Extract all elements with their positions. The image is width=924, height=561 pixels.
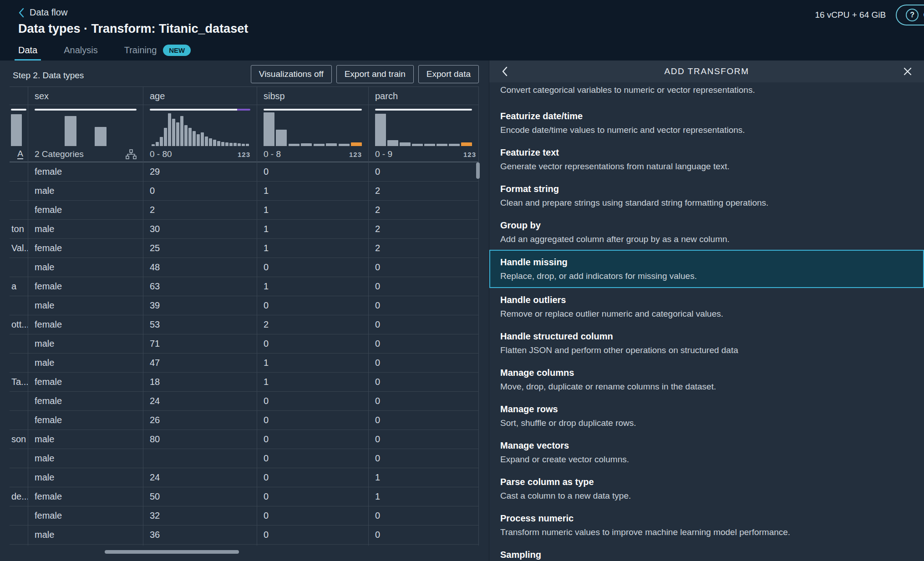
table-cell: 1 bbox=[257, 220, 368, 239]
column-header-label[interactable]: parch bbox=[369, 87, 478, 105]
transform-item-manage-rows[interactable]: Manage rowsSort, shuffle or drop duplica… bbox=[489, 397, 924, 434]
table-cell: male bbox=[28, 526, 143, 545]
dataset-pane: Step 2. Data types Visualizations off Ex… bbox=[0, 61, 489, 561]
table-cell bbox=[10, 296, 28, 315]
column-summary-viz bbox=[143, 105, 257, 147]
transform-item-process-numeric[interactable]: Process numericTransform numeric values … bbox=[489, 506, 924, 543]
column-header-label[interactable]: sibsp bbox=[257, 87, 368, 105]
new-badge: NEW bbox=[163, 45, 191, 56]
transform-title: Manage rows bbox=[500, 404, 913, 414]
table-cell: 2 bbox=[369, 182, 478, 201]
table-column-clipped: AtonVal...aott...Ta...sonde... bbox=[10, 87, 28, 546]
table-cell: 80 bbox=[143, 430, 257, 449]
transform-item-sampling[interactable]: Sampling bbox=[489, 543, 924, 561]
chevron-left-icon bbox=[18, 8, 24, 18]
column-summary-viz bbox=[369, 105, 478, 147]
transform-item-manage-vectors[interactable]: Manage vectorsExpand or create vector co… bbox=[489, 434, 924, 470]
table-cell: female bbox=[28, 506, 143, 526]
column-range-row: 0 - 9123 bbox=[369, 147, 478, 162]
transform-item-featurize-text[interactable]: Featurize textGenerate vector representa… bbox=[489, 141, 924, 177]
transform-description: Convert categorical variables to numeric… bbox=[500, 85, 913, 95]
transform-title: Handle missing bbox=[500, 257, 913, 268]
transform-item-partial[interactable]: Convert categorical variables to numeric… bbox=[489, 82, 924, 104]
transform-item-handle-outliers[interactable]: Handle outliersRemove or replace outlier… bbox=[489, 288, 924, 324]
table-cell: son bbox=[10, 430, 28, 449]
tab-data-label: Data bbox=[18, 45, 37, 56]
visualizations-off-button[interactable]: Visualizations off bbox=[251, 65, 332, 83]
column-range-label: 0 - 8 bbox=[264, 149, 281, 159]
table-cell: ott... bbox=[10, 315, 28, 334]
table-cell: 0 bbox=[257, 411, 368, 430]
column-header-label[interactable] bbox=[10, 87, 28, 105]
export-and-train-button[interactable]: Export and train bbox=[336, 65, 414, 83]
table-cell: female bbox=[28, 277, 143, 296]
transform-title: Group by bbox=[500, 220, 913, 231]
table-cell: female bbox=[28, 411, 143, 430]
table-cell: 0 bbox=[369, 334, 478, 354]
transform-item-featurize-date-time[interactable]: Featurize date/timeEncode date/time valu… bbox=[489, 104, 924, 141]
table-cell: 2 bbox=[257, 315, 368, 334]
table-cell: 63 bbox=[143, 277, 257, 296]
panel-back-button[interactable] bbox=[501, 66, 508, 77]
table-cell: 0 bbox=[257, 334, 368, 354]
horizontal-scrollbar-thumb[interactable] bbox=[105, 550, 239, 554]
column-histogram bbox=[375, 112, 472, 146]
vertical-scrollbar-thumb[interactable] bbox=[476, 162, 480, 179]
transform-item-handle-missing[interactable]: Handle missingReplace, drop, or add indi… bbox=[489, 250, 924, 288]
column-header-label[interactable]: age bbox=[143, 87, 257, 105]
table-cell bbox=[143, 449, 257, 468]
transform-description: Expand or create vector columns. bbox=[500, 455, 913, 465]
tab-analysis-label: Analysis bbox=[64, 45, 97, 56]
main-content: Step 2. Data types Visualizations off Ex… bbox=[0, 61, 924, 561]
table-cell: 0 bbox=[369, 258, 478, 277]
string-type-icon: A bbox=[17, 149, 23, 159]
table-cell: 0 bbox=[143, 182, 257, 201]
topbar-right-cluster: 16 vCPU + 64 GiB ? Get help bbox=[815, 5, 924, 25]
transform-title: Format string bbox=[500, 184, 913, 194]
tab-training[interactable]: Training NEW bbox=[124, 40, 191, 61]
transform-title: Manage columns bbox=[500, 368, 913, 378]
table-cell: 1 bbox=[257, 373, 368, 392]
transform-item-format-string[interactable]: Format stringClean and prepare strings u… bbox=[489, 177, 924, 213]
column-range-row: 0 - 80123 bbox=[143, 147, 257, 162]
table-cell bbox=[10, 506, 28, 526]
table-cell: 18 bbox=[143, 373, 257, 392]
table-cell: female bbox=[28, 239, 143, 258]
transform-item-group-by[interactable]: Group byAdd an aggregated column after g… bbox=[489, 213, 924, 250]
data-quality-bar bbox=[35, 109, 137, 111]
table-column-age: age0 - 801232902302548633953714718242680… bbox=[143, 87, 257, 546]
table-cell: female bbox=[28, 315, 143, 334]
panel-close-button[interactable] bbox=[903, 67, 912, 76]
data-quality-bar bbox=[11, 109, 26, 111]
column-histogram bbox=[150, 112, 250, 146]
table-column-parch: parch0 - 912302222000000000001100 bbox=[369, 87, 479, 546]
table-cell: female bbox=[28, 487, 143, 506]
table-cell: 1 bbox=[257, 239, 368, 258]
numeric-type-icon: 123 bbox=[463, 151, 476, 158]
breadcrumb-data-flow[interactable]: Data flow bbox=[18, 7, 67, 18]
table-cell: 0 bbox=[369, 506, 478, 526]
data-quality-bar bbox=[375, 109, 472, 111]
table-cell: ton bbox=[10, 220, 28, 239]
table-cell: male bbox=[28, 296, 143, 315]
transform-item-parse-column-as-type[interactable]: Parse column as typeCast a column to a n… bbox=[489, 470, 924, 506]
table-cell bbox=[10, 392, 28, 411]
table-cell: a bbox=[10, 277, 28, 296]
question-mark-icon: ? bbox=[906, 9, 919, 21]
column-header-label[interactable]: sex bbox=[28, 87, 143, 105]
column-histogram bbox=[35, 112, 137, 146]
table-cell: 0 bbox=[369, 449, 478, 468]
table-cell: 71 bbox=[143, 334, 257, 354]
transform-description: Transform numeric values to improve mach… bbox=[500, 527, 913, 537]
table-cell: 1 bbox=[369, 487, 478, 506]
table-cell: male bbox=[28, 258, 143, 277]
get-help-button[interactable]: ? Get help bbox=[896, 5, 924, 25]
table-cell: 2 bbox=[369, 239, 478, 258]
tab-data[interactable]: Data bbox=[18, 40, 37, 61]
transform-item-manage-columns[interactable]: Manage columnsMove, drop, duplicate or r… bbox=[489, 361, 924, 397]
transform-item-handle-structured-column[interactable]: Handle structured columnFlatten JSON and… bbox=[489, 324, 924, 361]
tab-analysis[interactable]: Analysis bbox=[64, 40, 97, 61]
column-summary-viz bbox=[10, 105, 28, 147]
export-data-button[interactable]: Export data bbox=[418, 65, 479, 83]
table-cell: 24 bbox=[143, 392, 257, 411]
